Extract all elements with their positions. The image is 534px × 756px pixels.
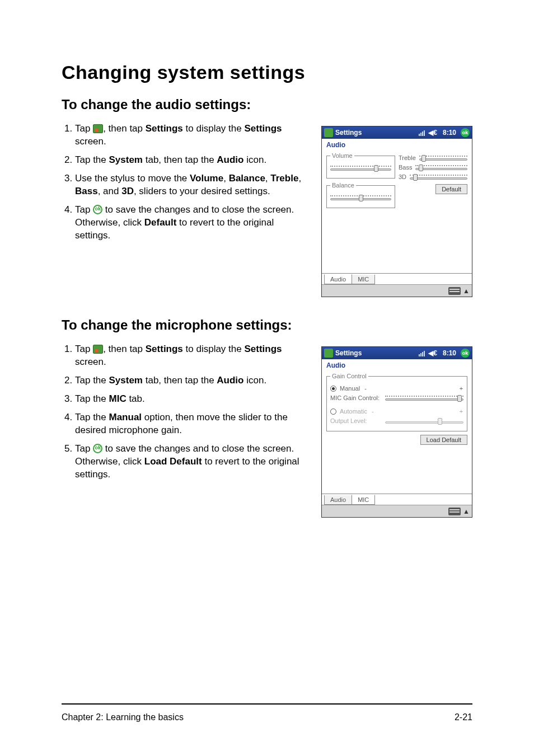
volume-group: Volume [326,152,395,179]
gain-control-label: Gain Control [330,373,368,379]
footer-rule [62,703,472,705]
pda-screen-title: Audio [322,139,472,150]
tab-mic[interactable]: MIC [352,275,375,284]
audio-steps-list: Tap , then tap Settings to display the S… [62,123,306,242]
page-title: Changing system settings [62,62,472,83]
keyboard-icon[interactable] [448,287,461,295]
list-item: Use the stylus to move the Volume, Balan… [75,172,306,198]
footer-chapter: Chapter 2: Learning the basics [62,712,184,722]
balance-group: Balance [326,182,395,208]
tab-audio[interactable]: Audio [324,274,352,284]
treble-label: Treble [399,154,416,161]
clock: 8:10 [443,349,456,357]
list-item: Tap the System tab, then tap the Audio i… [75,154,306,167]
ok-button[interactable]: ok [461,128,470,137]
output-level-label: Output Level: [330,417,382,424]
load-default-button[interactable]: Load Default [420,435,467,445]
list-item: Tap to save the changes and to close the… [75,443,306,481]
start-icon [93,345,103,354]
treble-slider[interactable] [419,154,467,162]
list-item: Tap the Manual option, then move the sli… [75,411,306,437]
volume-slider[interactable] [330,164,391,172]
ok-icon [93,444,102,453]
threeD-slider[interactable] [410,173,467,181]
pda-softbar: ▲ [322,284,472,297]
list-item: Tap , then tap Settings to display the S… [75,343,306,369]
signal-icon [419,129,425,136]
pda-screenshot-audio: Settings ◀€ 8:10 ok Audio Volume [321,126,472,297]
arrow-up-icon[interactable]: ▲ [463,287,470,295]
balance-label: Balance [330,182,356,189]
automatic-radio[interactable] [330,408,336,415]
manual-radio[interactable] [330,386,336,392]
pda-softbar: ▲ [322,505,472,517]
mic-steps-list: Tap , then tap Settings to display the S… [62,343,306,481]
mic-gain-slider[interactable] [385,394,463,402]
start-icon[interactable] [324,349,333,358]
list-item: Tap the MIC tab. [75,393,306,406]
arrow-up-icon[interactable]: ▲ [463,508,470,515]
signal-icon [419,350,425,356]
ok-icon [93,205,102,214]
section-audio-heading: To change the audio settings: [62,97,472,112]
gain-control-group: Gain Control Manual - + MIC Gain Control… [326,373,467,431]
manual-label: Manual [340,385,360,392]
keyboard-icon[interactable] [448,508,461,515]
footer-page-number: 2-21 [455,712,472,722]
pda-titlebar: Settings ◀€ 8:10 ok [322,126,472,139]
output-level-slider [385,417,463,425]
volume-icon[interactable]: ◀€ [428,349,437,357]
clock: 8:10 [443,129,456,137]
page-footer: Chapter 2: Learning the basics 2-21 [62,712,472,722]
automatic-label: Automatic [340,408,367,415]
section-mic-heading: To change the microphone settings: [62,317,472,333]
pda-tabs: Audio MIC [322,273,472,284]
list-item: Tap to save the changes and to close the… [75,204,306,242]
bass-slider[interactable] [415,163,467,171]
start-icon [93,124,103,133]
pda-screenshot-mic: Settings ◀€ 8:10 ok Audio Gain Control M… [321,346,472,518]
bass-label: Bass [399,164,412,171]
balance-slider[interactable] [330,194,391,201]
threeD-label: 3D [399,173,406,180]
pda-app-title: Settings [335,349,416,357]
pda-screen-title: Audio [322,359,472,370]
list-item: Tap , then tap Settings to display the S… [75,123,306,148]
volume-icon[interactable]: ◀€ [428,129,437,137]
pda-titlebar: Settings ◀€ 8:10 ok [322,347,472,359]
mic-gain-label: MIC Gain Control: [330,395,382,401]
pda-tabs: Audio MIC [322,494,472,505]
tab-audio[interactable]: Audio [324,495,352,505]
volume-label: Volume [330,152,354,159]
start-icon[interactable] [324,128,333,137]
tab-mic[interactable]: MIC [352,495,375,505]
pda-app-title: Settings [335,129,416,137]
list-item: Tap the System tab, then tap the Audio i… [75,374,306,387]
ok-button[interactable]: ok [461,349,470,358]
default-button[interactable]: Default [435,184,467,194]
